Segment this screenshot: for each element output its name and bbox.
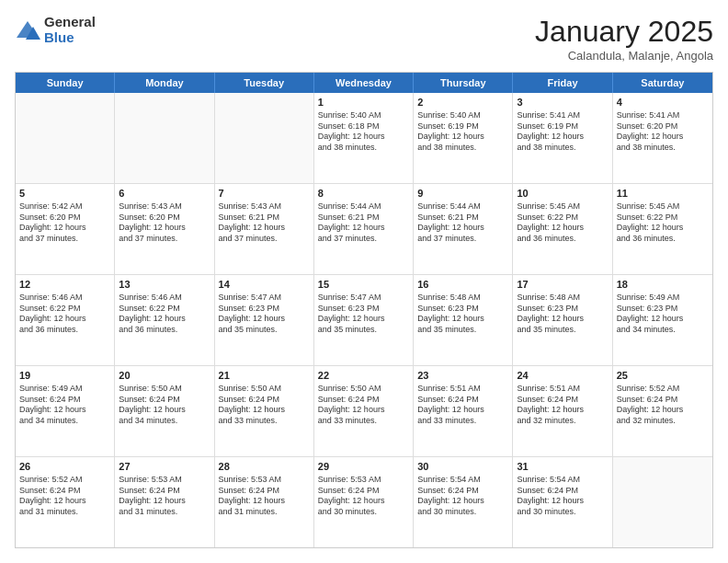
logo-general-text: General — [44, 15, 96, 30]
day-number: 23 — [417, 369, 508, 383]
calendar-cell — [16, 93, 115, 183]
day-number: 24 — [517, 369, 608, 383]
calendar-cell: 21Sunrise: 5:50 AM Sunset: 6:24 PM Dayli… — [215, 366, 314, 456]
calendar-cell: 14Sunrise: 5:47 AM Sunset: 6:23 PM Dayli… — [215, 275, 314, 365]
header-day-sunday: Sunday — [16, 73, 115, 93]
calendar-cell: 10Sunrise: 5:45 AM Sunset: 6:22 PM Dayli… — [513, 184, 612, 274]
day-number: 5 — [19, 187, 110, 201]
day-number: 9 — [417, 187, 508, 201]
header-day-tuesday: Tuesday — [215, 73, 314, 93]
day-number: 6 — [119, 187, 210, 201]
day-number: 4 — [617, 96, 709, 109]
calendar-cell: 20Sunrise: 5:50 AM Sunset: 6:24 PM Dayli… — [115, 366, 214, 456]
day-number: 22 — [318, 369, 409, 383]
calendar-row-3: 19Sunrise: 5:49 AM Sunset: 6:24 PM Dayli… — [16, 366, 712, 457]
calendar-cell: 2Sunrise: 5:40 AM Sunset: 6:19 PM Daylig… — [414, 93, 513, 183]
calendar-cell: 13Sunrise: 5:46 AM Sunset: 6:22 PM Dayli… — [115, 275, 214, 365]
calendar-cell — [215, 93, 314, 183]
title-month: January 2025 — [535, 15, 713, 49]
cell-sun-info: Sunrise: 5:46 AM Sunset: 6:22 PM Dayligh… — [119, 293, 210, 336]
calendar-cell: 9Sunrise: 5:44 AM Sunset: 6:21 PM Daylig… — [414, 184, 513, 274]
cell-sun-info: Sunrise: 5:53 AM Sunset: 6:24 PM Dayligh… — [219, 475, 310, 518]
calendar-cell: 18Sunrise: 5:49 AM Sunset: 6:23 PM Dayli… — [613, 275, 712, 365]
calendar-cell — [115, 93, 214, 183]
day-number: 21 — [219, 369, 310, 383]
calendar-row-4: 26Sunrise: 5:52 AM Sunset: 6:24 PM Dayli… — [16, 457, 712, 547]
cell-sun-info: Sunrise: 5:50 AM Sunset: 6:24 PM Dayligh… — [318, 384, 409, 427]
cell-sun-info: Sunrise: 5:44 AM Sunset: 6:21 PM Dayligh… — [417, 201, 508, 245]
day-number: 31 — [517, 460, 608, 474]
day-number: 14 — [219, 278, 310, 292]
cell-sun-info: Sunrise: 5:41 AM Sunset: 6:20 PM Dayligh… — [617, 110, 709, 154]
calendar-row-2: 12Sunrise: 5:46 AM Sunset: 6:22 PM Dayli… — [16, 275, 712, 366]
cell-sun-info: Sunrise: 5:49 AM Sunset: 6:24 PM Dayligh… — [19, 384, 110, 427]
cell-sun-info: Sunrise: 5:42 AM Sunset: 6:20 PM Dayligh… — [19, 201, 110, 245]
logo: General Blue — [15, 15, 96, 45]
title-block: January 2025 Calandula, Malanje, Angola — [535, 15, 713, 63]
cell-sun-info: Sunrise: 5:50 AM Sunset: 6:24 PM Dayligh… — [219, 384, 310, 427]
calendar-cell: 7Sunrise: 5:43 AM Sunset: 6:21 PM Daylig… — [215, 184, 314, 274]
calendar-cell: 17Sunrise: 5:48 AM Sunset: 6:23 PM Dayli… — [513, 275, 612, 365]
day-number: 12 — [19, 278, 110, 292]
day-number: 29 — [318, 460, 409, 474]
logo-blue-text: Blue — [44, 30, 96, 46]
cell-sun-info: Sunrise: 5:48 AM Sunset: 6:23 PM Dayligh… — [517, 293, 608, 336]
cell-sun-info: Sunrise: 5:50 AM Sunset: 6:24 PM Dayligh… — [119, 384, 210, 427]
calendar-header: SundayMondayTuesdayWednesdayThursdayFrid… — [16, 73, 712, 93]
logo-icon — [15, 17, 40, 43]
calendar-row-1: 5Sunrise: 5:42 AM Sunset: 6:20 PM Daylig… — [16, 184, 712, 275]
calendar-cell: 23Sunrise: 5:51 AM Sunset: 6:24 PM Dayli… — [414, 366, 513, 456]
calendar-cell — [613, 457, 712, 547]
header: General Blue January 2025 Calandula, Mal… — [15, 15, 713, 63]
header-day-thursday: Thursday — [414, 73, 513, 93]
day-number: 19 — [19, 369, 110, 383]
cell-sun-info: Sunrise: 5:47 AM Sunset: 6:23 PM Dayligh… — [219, 293, 310, 336]
cell-sun-info: Sunrise: 5:52 AM Sunset: 6:24 PM Dayligh… — [617, 384, 709, 427]
day-number: 3 — [517, 96, 608, 109]
day-number: 1 — [318, 96, 409, 109]
calendar-cell: 16Sunrise: 5:48 AM Sunset: 6:23 PM Dayli… — [414, 275, 513, 365]
calendar-cell: 5Sunrise: 5:42 AM Sunset: 6:20 PM Daylig… — [16, 184, 115, 274]
calendar-cell: 29Sunrise: 5:53 AM Sunset: 6:24 PM Dayli… — [314, 457, 414, 547]
header-day-wednesday: Wednesday — [314, 73, 414, 93]
calendar-cell: 26Sunrise: 5:52 AM Sunset: 6:24 PM Dayli… — [16, 457, 115, 547]
day-number: 28 — [219, 460, 310, 474]
day-number: 26 — [19, 460, 110, 474]
calendar-cell: 30Sunrise: 5:54 AM Sunset: 6:24 PM Dayli… — [414, 457, 513, 547]
cell-sun-info: Sunrise: 5:43 AM Sunset: 6:20 PM Dayligh… — [119, 201, 210, 245]
day-number: 11 — [617, 187, 709, 201]
day-number: 16 — [417, 278, 508, 292]
calendar-cell: 6Sunrise: 5:43 AM Sunset: 6:20 PM Daylig… — [115, 184, 214, 274]
title-location: Calandula, Malanje, Angola — [535, 49, 713, 63]
calendar-cell: 1Sunrise: 5:40 AM Sunset: 6:18 PM Daylig… — [314, 93, 414, 183]
calendar-row-0: 1Sunrise: 5:40 AM Sunset: 6:18 PM Daylig… — [16, 93, 712, 184]
calendar-cell: 22Sunrise: 5:50 AM Sunset: 6:24 PM Dayli… — [314, 366, 414, 456]
cell-sun-info: Sunrise: 5:45 AM Sunset: 6:22 PM Dayligh… — [517, 201, 608, 245]
calendar-cell: 12Sunrise: 5:46 AM Sunset: 6:22 PM Dayli… — [16, 275, 115, 365]
day-number: 10 — [517, 187, 608, 201]
day-number: 18 — [617, 278, 709, 292]
day-number: 7 — [219, 187, 310, 201]
cell-sun-info: Sunrise: 5:46 AM Sunset: 6:22 PM Dayligh… — [19, 293, 110, 336]
day-number: 8 — [318, 187, 409, 201]
cell-sun-info: Sunrise: 5:54 AM Sunset: 6:24 PM Dayligh… — [517, 475, 608, 518]
header-day-friday: Friday — [513, 73, 612, 93]
cell-sun-info: Sunrise: 5:51 AM Sunset: 6:24 PM Dayligh… — [517, 384, 608, 427]
page: General Blue January 2025 Calandula, Mal… — [0, 0, 728, 563]
calendar: SundayMondayTuesdayWednesdayThursdayFrid… — [15, 72, 713, 548]
calendar-cell: 11Sunrise: 5:45 AM Sunset: 6:22 PM Dayli… — [613, 184, 712, 274]
calendar-cell: 24Sunrise: 5:51 AM Sunset: 6:24 PM Dayli… — [513, 366, 612, 456]
cell-sun-info: Sunrise: 5:40 AM Sunset: 6:19 PM Dayligh… — [417, 110, 508, 154]
cell-sun-info: Sunrise: 5:47 AM Sunset: 6:23 PM Dayligh… — [318, 293, 409, 336]
cell-sun-info: Sunrise: 5:44 AM Sunset: 6:21 PM Dayligh… — [318, 201, 409, 245]
cell-sun-info: Sunrise: 5:49 AM Sunset: 6:23 PM Dayligh… — [617, 293, 709, 336]
cell-sun-info: Sunrise: 5:53 AM Sunset: 6:24 PM Dayligh… — [318, 475, 409, 518]
day-number: 2 — [417, 96, 508, 109]
day-number: 25 — [617, 369, 709, 383]
calendar-cell: 31Sunrise: 5:54 AM Sunset: 6:24 PM Dayli… — [513, 457, 612, 547]
day-number: 13 — [119, 278, 210, 292]
calendar-cell: 4Sunrise: 5:41 AM Sunset: 6:20 PM Daylig… — [613, 93, 712, 183]
cell-sun-info: Sunrise: 5:53 AM Sunset: 6:24 PM Dayligh… — [119, 475, 210, 518]
cell-sun-info: Sunrise: 5:40 AM Sunset: 6:18 PM Dayligh… — [318, 110, 409, 154]
calendar-body: 1Sunrise: 5:40 AM Sunset: 6:18 PM Daylig… — [16, 93, 712, 547]
